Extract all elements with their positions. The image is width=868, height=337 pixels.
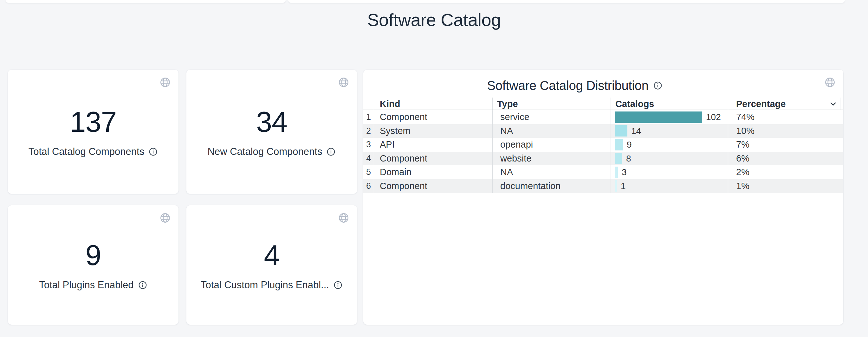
cell-percentage: 2% [736,165,749,179]
catalogs-bar [615,111,702,123]
column-divider [840,98,840,110]
cell-type: service [500,110,529,124]
stat-value: 137 [70,106,116,138]
info-icon[interactable] [333,280,343,290]
stat-value: 9 [85,239,101,271]
column-divider [374,110,374,124]
column-divider [611,165,611,179]
column-divider [611,124,611,138]
cell-type: NA [500,124,513,138]
stat-label: New Catalog Components [208,146,322,158]
scrolled-card-remnant-left [6,0,286,3]
column-divider [492,165,493,179]
card-globe-button[interactable] [159,77,171,88]
catalogs-value: 9 [627,138,632,152]
globe-icon [338,77,349,88]
column-divider [374,179,374,193]
row-index: 5 [363,165,374,179]
page-title: Software Catalog [0,9,868,31]
column-divider [374,98,374,110]
column-divider [611,179,611,193]
stat-card-total-plugins-enabled: 9 Total Plugins Enabled [8,205,179,325]
cell-type: website [500,152,531,166]
stat-label: Total Plugins Enabled [39,279,133,291]
column-divider [728,138,728,152]
row-index: 1 [363,110,374,124]
column-divider [728,98,728,110]
row-index: 4 [363,152,374,166]
catalogs-value: 14 [631,124,641,138]
column-divider [728,110,728,124]
catalogs-bar [615,153,622,164]
stat-label: Total Custom Plugins Enabl... [201,279,329,291]
table-row: 1 Component service 102 74% [363,110,843,124]
stat-value: 34 [256,106,287,138]
card-globe-button[interactable] [338,212,349,224]
column-divider [611,98,611,110]
cell-percentage: 7% [736,138,749,152]
cell-kind: Component [380,152,427,166]
column-divider [728,124,728,138]
column-divider [611,138,611,152]
column-divider [492,124,493,138]
cell-kind: Domain [380,165,411,179]
catalogs-bar [615,167,618,178]
column-divider [728,165,728,179]
catalogs-bar [615,139,623,150]
cell-percentage: 1% [736,179,749,193]
row-index: 6 [363,179,374,193]
column-divider [374,124,374,138]
cell-kind: API [380,138,395,152]
column-divider [492,110,493,124]
column-divider [611,110,611,124]
column-divider [374,165,374,179]
column-divider [374,138,374,152]
scrolled-card-remnant-right [288,0,845,3]
table-row: 2 System NA 14 10% [363,124,843,138]
cell-kind: Component [380,110,427,124]
stat-card-total-custom-plugins-enabled: 4 Total Custom Plugins Enabl... [186,205,357,325]
software-catalog-distribution-card: Software Catalog Distribution Kind Type … [363,70,843,325]
catalogs-bar [615,125,627,136]
table-row: 5 Domain NA 3 2% [363,165,843,179]
table-body: 1 Component service 102 74% 2 System NA … [363,110,843,193]
info-icon[interactable] [653,81,662,90]
column-divider [611,152,611,166]
column-header-type[interactable]: Type [497,98,518,110]
cell-type: NA [500,165,513,179]
catalogs-value: 8 [626,152,631,166]
card-globe-button[interactable] [338,77,349,88]
info-icon[interactable] [148,147,158,157]
card-globe-button[interactable] [159,212,171,224]
column-header-percentage[interactable]: Percentage [736,98,785,110]
card-globe-button[interactable] [824,77,836,88]
info-icon[interactable] [326,147,336,157]
table-header-row: Kind Type Catalogs Percentage [363,98,843,110]
stat-card-total-catalog-components: 137 Total Catalog Components [8,70,179,194]
column-header-catalogs[interactable]: Catalogs [615,98,654,110]
cell-type: documentation [500,179,560,193]
table-row: 3 API openapi 9 7% [363,138,843,152]
column-divider [728,179,728,193]
table-row: 4 Component website 8 6% [363,152,843,166]
info-icon[interactable] [138,280,147,290]
column-divider [492,179,493,193]
cell-percentage: 74% [736,110,754,124]
globe-icon [159,212,171,224]
column-divider [492,98,493,110]
globe-icon [824,77,836,88]
cell-kind: Component [380,179,427,193]
catalogs-value: 1 [621,179,626,193]
row-index: 2 [363,124,374,138]
cell-percentage: 6% [736,152,749,166]
chevron-down-icon[interactable] [829,99,838,108]
globe-icon [338,212,349,224]
widget-title: Software Catalog Distribution [487,78,648,93]
table-row: 6 Component documentation 1 1% [363,179,843,193]
column-divider [728,152,728,166]
stat-card-new-catalog-components: 34 New Catalog Components [186,70,357,194]
catalogs-value: 3 [622,165,627,179]
catalogs-value: 102 [706,110,721,124]
column-header-kind[interactable]: Kind [380,98,400,110]
globe-icon [159,77,171,88]
